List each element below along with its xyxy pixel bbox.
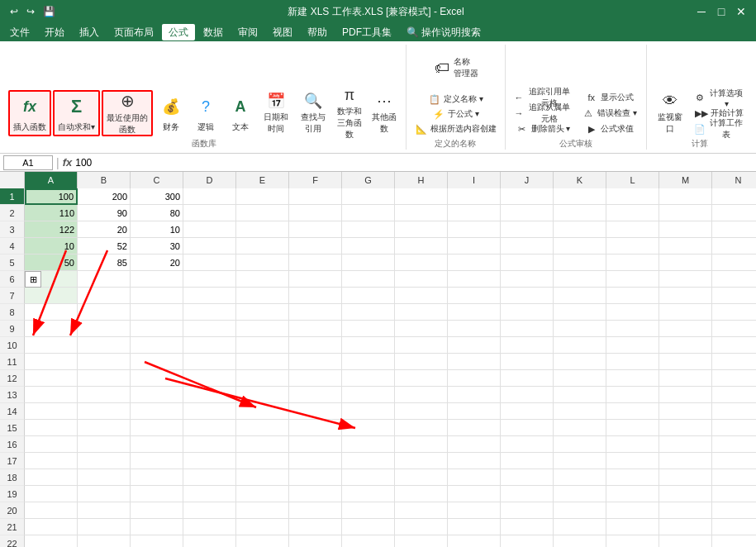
select-all-corner[interactable] <box>0 172 25 188</box>
cell[interactable] <box>501 519 554 535</box>
row-header-11[interactable]: 11 <box>0 354 25 370</box>
cell[interactable] <box>501 337 554 354</box>
cell[interactable] <box>606 387 659 403</box>
row-header-4[interactable]: 4 <box>0 238 25 254</box>
cell[interactable] <box>395 469 448 486</box>
menu-data[interactable]: 数据 <box>197 24 230 40</box>
cell[interactable] <box>554 254 606 271</box>
cell[interactable] <box>395 403 448 420</box>
cell[interactable] <box>236 370 289 387</box>
cell[interactable] <box>289 337 342 354</box>
cell[interactable] <box>659 254 712 271</box>
cell[interactable] <box>448 254 501 271</box>
cell[interactable] <box>342 288 395 304</box>
cell[interactable] <box>448 370 501 387</box>
cell[interactable] <box>448 535 501 547</box>
col-header-K[interactable]: K <box>554 172 606 188</box>
cell[interactable] <box>501 205 554 221</box>
row-header-5[interactable]: 5 <box>0 254 25 271</box>
cell[interactable] <box>501 288 554 304</box>
cell[interactable] <box>712 502 756 519</box>
cell[interactable] <box>554 469 606 486</box>
cell[interactable] <box>342 188 395 205</box>
cell[interactable]: 50 <box>25 254 78 271</box>
cell[interactable]: 200 <box>78 188 131 205</box>
cell[interactable] <box>131 271 183 288</box>
cell[interactable] <box>712 321 756 337</box>
cell[interactable] <box>501 469 554 486</box>
cell[interactable] <box>131 453 183 469</box>
col-header-H[interactable]: H <box>395 172 448 188</box>
define-name-button[interactable]: 📋 定义名称 ▾ <box>411 92 500 107</box>
cell[interactable]: 30 <box>131 238 183 254</box>
row-header-10[interactable]: 10 <box>0 337 25 354</box>
cell[interactable] <box>501 436 554 453</box>
cell[interactable]: 90 <box>78 205 131 221</box>
menu-layout[interactable]: 页面布局 <box>107 24 160 40</box>
cell[interactable] <box>554 535 606 547</box>
cell[interactable] <box>342 535 395 547</box>
cell[interactable] <box>236 486 289 502</box>
cell[interactable] <box>25 403 78 420</box>
cell[interactable] <box>554 370 606 387</box>
auto-sum-button[interactable]: Σ 自动求和▾ <box>53 90 100 136</box>
watch-window-button[interactable]: 👁 监视窗口 <box>652 90 688 136</box>
cell[interactable] <box>289 354 342 370</box>
cell[interactable] <box>606 337 659 354</box>
cell[interactable] <box>342 205 395 221</box>
cell[interactable] <box>183 321 236 337</box>
cell[interactable] <box>501 502 554 519</box>
cell[interactable] <box>448 304 501 321</box>
cell[interactable] <box>659 205 712 221</box>
row-header-17[interactable]: 17 <box>0 453 25 469</box>
cell[interactable] <box>183 486 236 502</box>
col-header-M[interactable]: M <box>659 172 712 188</box>
cell[interactable]: 10 <box>131 221 183 238</box>
cell[interactable] <box>131 387 183 403</box>
cell[interactable] <box>395 254 448 271</box>
cell[interactable] <box>554 486 606 502</box>
cell[interactable] <box>659 221 712 238</box>
cell[interactable] <box>448 436 501 453</box>
evaluate-button[interactable]: ▶ 公式求值 <box>577 121 641 136</box>
cell[interactable] <box>131 337 183 354</box>
cell[interactable] <box>395 205 448 221</box>
cell[interactable] <box>183 254 236 271</box>
row-header-13[interactable]: 13 <box>0 387 25 403</box>
cell[interactable] <box>448 486 501 502</box>
cell[interactable] <box>659 354 712 370</box>
lookup-button[interactable]: 🔍 查找与引用 <box>296 90 331 136</box>
cell[interactable] <box>448 221 501 238</box>
cell[interactable] <box>183 436 236 453</box>
cell[interactable] <box>501 387 554 403</box>
cell[interactable] <box>554 337 606 354</box>
paste-options-icon[interactable]: ⊞ <box>25 271 41 288</box>
cell[interactable] <box>25 436 78 453</box>
cell[interactable] <box>554 436 606 453</box>
cell[interactable] <box>395 486 448 502</box>
cell[interactable] <box>554 304 606 321</box>
cell[interactable] <box>659 403 712 420</box>
cell[interactable]: 20 <box>131 254 183 271</box>
cell[interactable] <box>501 221 554 238</box>
cell[interactable] <box>342 436 395 453</box>
cell[interactable] <box>25 469 78 486</box>
cell[interactable] <box>606 535 659 547</box>
cell[interactable] <box>236 420 289 436</box>
cell[interactable] <box>131 370 183 387</box>
cell[interactable]: 100 <box>25 188 78 205</box>
cell[interactable] <box>183 238 236 254</box>
cell[interactable] <box>606 436 659 453</box>
cell[interactable] <box>236 502 289 519</box>
cell[interactable] <box>289 304 342 321</box>
cell[interactable] <box>501 403 554 420</box>
cell[interactable] <box>395 337 448 354</box>
cell[interactable] <box>78 288 131 304</box>
cell[interactable] <box>501 304 554 321</box>
row-header-16[interactable]: 16 <box>0 436 25 453</box>
col-header-A[interactable]: A <box>25 172 78 188</box>
cell[interactable] <box>78 519 131 535</box>
cell[interactable] <box>395 288 448 304</box>
cell[interactable] <box>25 370 78 387</box>
row-header-21[interactable]: 21 <box>0 519 25 535</box>
